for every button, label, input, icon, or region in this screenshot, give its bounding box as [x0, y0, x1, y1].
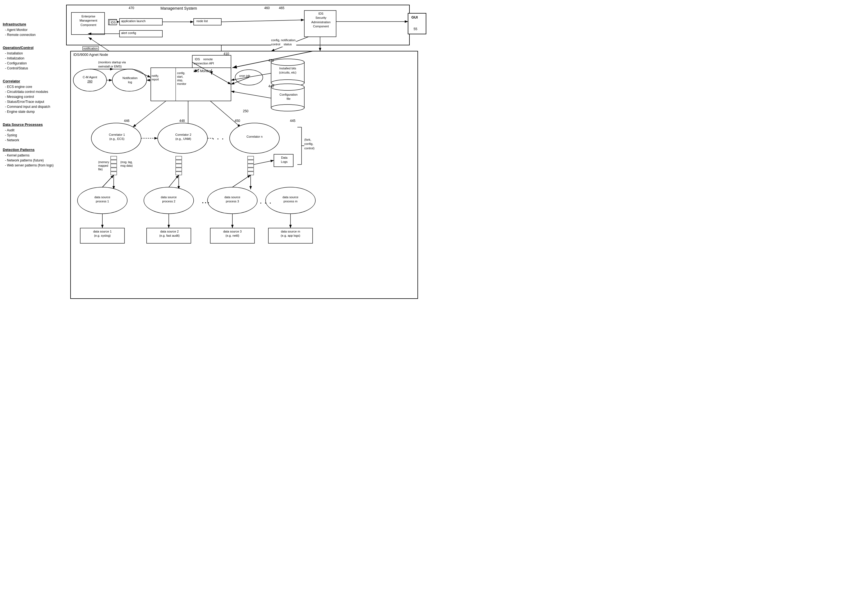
- msg-tag-label: (msg. tag,msg data): [120, 160, 132, 168]
- corr-item-5: - Command input and dispatch: [5, 104, 58, 109]
- gui-label: GUI: [411, 15, 418, 19]
- data-source-title: Data Source Processes: [3, 123, 58, 127]
- infrastructure-title: Infrastructure: [3, 22, 58, 26]
- svg-line-39: [210, 101, 241, 127]
- svg-rect-59: [248, 172, 254, 175]
- fork-config-label: (fork,config,control): [304, 138, 315, 151]
- op-item-3: - Configuration: [5, 61, 58, 66]
- notification-label: notification: [82, 46, 99, 50]
- installed-bits-label: Installed bits(circuits, etc): [272, 66, 303, 75]
- svg-text:...: ...: [202, 198, 210, 204]
- num-430: 430: [268, 59, 274, 63]
- num-460: 460: [264, 6, 270, 10]
- dots-correlators: . . .: [212, 134, 224, 141]
- ds-item-1: - Audit: [5, 128, 58, 133]
- svg-line-35: [231, 73, 271, 80]
- ds-item-2: - Syslog: [5, 133, 58, 138]
- svg-line-75: [169, 175, 179, 187]
- enterprise-label: EnterpriseManagementComponent: [72, 14, 104, 27]
- svg-rect-19: [151, 68, 231, 101]
- alert-config-label: alert config: [121, 31, 136, 35]
- svg-rect-56: [248, 160, 254, 163]
- corr2-label: Correlator 2(e.g., UNM): [160, 133, 206, 141]
- num-445: 445: [290, 119, 296, 123]
- data-source-section: Data Source Processes - Audit - Syslog -…: [3, 123, 58, 143]
- num-446: 446: [124, 119, 129, 123]
- infrastructure-section: Infrastructure - Agent Monitor - Remote …: [3, 22, 58, 37]
- corr-item-2: - Circuit/data control modules: [5, 89, 58, 94]
- corr-item-3: - Messaging control: [5, 94, 58, 99]
- cron-label: cron job: [239, 74, 250, 77]
- svg-line-74: [102, 175, 114, 187]
- ids-small-box: IDS: [109, 20, 117, 25]
- det-item-3: - Web server patterns (from logs): [5, 163, 58, 168]
- ds-processm-label: data sourceprocess m: [270, 195, 311, 204]
- app-launch-label: application launch: [121, 19, 146, 23]
- num-410: 410: [223, 52, 229, 56]
- svg-rect-57: [248, 164, 254, 167]
- infra-item-1: - Agent Monitor: [5, 27, 58, 32]
- detection-title: Detection Patterns: [3, 148, 58, 152]
- det-item-1: - Kernel patterns: [5, 153, 58, 158]
- svg-rect-53: [176, 168, 182, 171]
- svg-point-23: [235, 70, 263, 85]
- num-465: 465: [279, 6, 285, 10]
- svg-rect-3: [66, 5, 409, 45]
- detection-section: Detection Patterns - Kernel patterns - N…: [3, 148, 58, 168]
- swinstall-label: (monitors startup viaswinstall or EMS): [98, 60, 126, 69]
- dsm-label: data source m(e.g. app logs): [270, 229, 311, 238]
- svg-rect-51: [176, 160, 182, 163]
- ds-item-3: - Network: [5, 138, 58, 143]
- svg-rect-54: [176, 172, 182, 175]
- svg-point-29: [271, 105, 304, 111]
- infra-item-2: - Remote connection: [5, 32, 58, 37]
- notify-report-label: notify,report: [152, 74, 159, 81]
- svg-line-36: [231, 91, 271, 98]
- ids-monitor-label: IDS Monitor: [194, 69, 211, 73]
- agnet-title: IDS/9000 Agnet Node: [73, 52, 108, 57]
- svg-line-34: [231, 77, 249, 84]
- node-list-label: node list: [197, 19, 208, 23]
- ids-admin-label: IDSSecurityAdministrationComponent: [306, 12, 336, 29]
- ds1-label: data source 1(e.g. syslog): [82, 229, 123, 238]
- svg-rect-47: [111, 164, 117, 167]
- corrn-label: Correlator n: [239, 135, 270, 138]
- op-item-2: - Initialization: [5, 56, 58, 61]
- num-470: 470: [129, 6, 134, 10]
- op-item-4: - Control/Status: [5, 66, 58, 71]
- svg-point-25: [271, 59, 304, 66]
- config-notification-label: config, notification,control status: [271, 38, 296, 47]
- svg-point-26: [271, 80, 304, 86]
- mgmt-title: Management System: [160, 6, 197, 11]
- dots-ds-processes: . . .: [260, 198, 272, 205]
- num-450: 450: [234, 119, 240, 123]
- diagram-container: ... Infrastructure - Agent Monitor - Rem…: [0, 0, 433, 308]
- data-logs-label: DataLogs: [275, 156, 293, 164]
- config-file-label: Configurationfile: [273, 93, 304, 101]
- svg-point-28: [271, 84, 304, 90]
- svg-rect-52: [176, 164, 182, 167]
- corr1-label: Correlator 1(e.g., ECS): [93, 133, 141, 141]
- svg-line-37: [133, 101, 166, 127]
- svg-rect-55: [248, 156, 254, 160]
- corr-item-1: - ECS engine core: [5, 84, 58, 89]
- svg-rect-45: [111, 156, 117, 160]
- num-250: 250: [243, 109, 249, 113]
- corr-item-6: - Engine state dump: [5, 109, 58, 114]
- svg-rect-48: [111, 168, 117, 171]
- memory-mapped-label: (memorymappedfile): [98, 160, 109, 171]
- det-item-2: - Network patterns (future): [5, 158, 58, 163]
- notif-log-label: Notificationlog: [118, 76, 142, 85]
- svg-rect-58: [248, 168, 254, 171]
- gui-num: 55: [414, 27, 417, 31]
- corr-item-4: - Status/Error/Trace output: [5, 99, 58, 104]
- svg-rect-46: [111, 160, 117, 163]
- operation-title: Operation/Control: [3, 46, 58, 50]
- svg-rect-49: [111, 172, 117, 175]
- num-448: 448: [179, 119, 185, 123]
- ids-remote-label: IDS remoteconnection API: [194, 57, 214, 66]
- cm-agent-label: C-M Agent260: [79, 75, 101, 84]
- svg-line-76: [232, 175, 251, 187]
- num-440: 440: [268, 84, 274, 88]
- svg-rect-17: [71, 51, 418, 299]
